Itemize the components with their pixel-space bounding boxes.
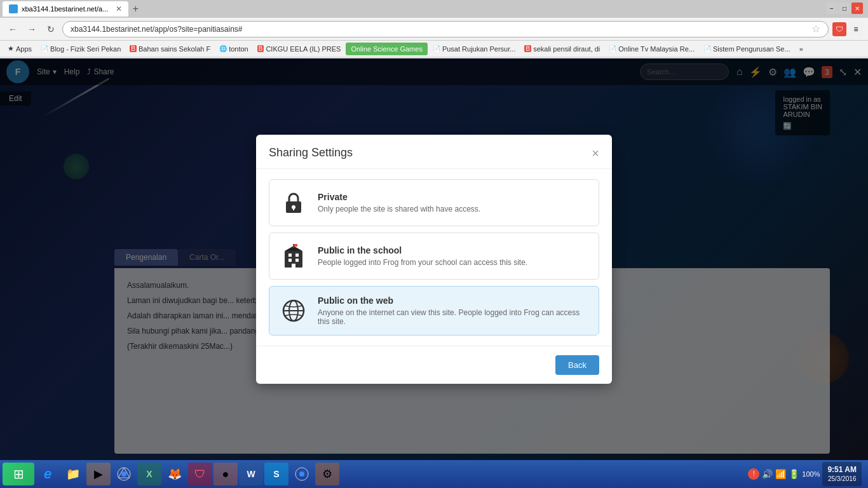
sharing-settings-modal: Sharing Settings × P (256, 135, 612, 384)
private-option[interactable]: Private Only people the site is shared w… (269, 179, 599, 226)
svg-rect-11 (294, 244, 297, 247)
bookmark-apps[interactable]: ★ Apps (4, 43, 36, 55)
private-title: Private (318, 192, 480, 202)
sekali-icon: B (524, 45, 531, 52)
bahan-icon: B (130, 45, 137, 52)
bookmark-pusat-rujukan[interactable]: 📄 Pusat Rujukan Persur... (429, 43, 520, 55)
taskbar-chrome[interactable] (112, 463, 136, 485)
online-science-label: Online Science Games (351, 45, 423, 53)
address-bar-row: ← → ↻ xba3144.1bestarinet.net/app/os?sit… (0, 18, 868, 41)
modal-header: Sharing Settings × (256, 135, 612, 169)
network-indicator: ! (748, 468, 759, 480)
modal-footer: Back (256, 346, 612, 384)
back-nav-button[interactable]: ← (5, 22, 20, 37)
url-text: xba3144.1bestarinet.net/app/os?site=pani… (71, 25, 806, 34)
tv-icon: 📄 (609, 45, 616, 52)
forward-nav-button[interactable]: → (24, 22, 39, 37)
clock-time: 9:51 AM (827, 464, 857, 475)
taskbar-excel[interactable]: X (137, 463, 161, 485)
bookmark-tv-label: Online Tv Malaysia Re... (618, 45, 695, 53)
modal-close-button[interactable]: × (592, 147, 599, 159)
modal-title: Sharing Settings (269, 146, 353, 159)
network-icon[interactable]: 📶 (775, 469, 786, 479)
bookmark-blog-label: Blog - Fizik Seri Pekan (50, 45, 121, 53)
taskbar-gameapp[interactable]: ● (214, 463, 238, 485)
public-school-description: People logged into Frog from your school… (318, 258, 527, 267)
taskbar-word[interactable]: W (239, 463, 263, 485)
bookmark-sistem[interactable]: 📄 Sistem Pengurusan Se... (700, 43, 794, 55)
chrome-ext-icon[interactable]: ≡ (849, 22, 863, 36)
modal-overlay: Sharing Settings × P (0, 58, 868, 460)
public-school-option[interactable]: Public in the school People logged into … (269, 233, 599, 280)
back-button[interactable]: Back (555, 355, 599, 375)
bookmark-sistem-label: Sistem Pengurusan Se... (713, 45, 790, 53)
svg-rect-10 (293, 244, 294, 248)
taskbar-tool[interactable]: ⚙ (315, 463, 339, 485)
battery-icon[interactable]: 🔋 (789, 469, 799, 479)
volume-icon[interactable]: 🔊 (762, 469, 773, 479)
public-school-text: Public in the school People logged into … (318, 245, 527, 267)
private-text: Private Only people the site is shared w… (318, 192, 480, 214)
taskbar-antivirus[interactable]: 🛡 (188, 463, 212, 485)
public-web-title: Public on the web (318, 295, 588, 306)
taskbar-folder[interactable]: 📁 (61, 463, 85, 485)
pusat-icon: 📄 (433, 45, 440, 52)
clock[interactable]: 9:51 AM 25/3/2016 (822, 462, 862, 487)
bookmark-bahan-sains[interactable]: B Bahan sains Sekolah F (126, 43, 214, 55)
reload-button[interactable]: ↻ (43, 22, 58, 37)
public-web-option[interactable]: Public on the web Anyone on the internet… (269, 286, 599, 336)
battery-percentage: 100% (802, 470, 820, 478)
bookmark-tonton[interactable]: 🌐 tonton (215, 43, 252, 55)
address-box[interactable]: xba3144.1bestarinet.net/app/os?site=pani… (62, 21, 829, 37)
bookmark-apps-label: Apps (16, 45, 32, 53)
taskbar-skype[interactable]: S (264, 463, 288, 485)
taskbar-media[interactable]: ▶ (86, 463, 111, 485)
sistem-icon: 📄 (703, 45, 711, 52)
close-button[interactable]: ✕ (851, 3, 863, 14)
taskbar-chrome2[interactable] (290, 463, 314, 485)
private-description: Only people the site is shared with have… (318, 205, 480, 214)
maximize-button[interactable]: □ (839, 3, 850, 14)
public-web-text: Public on the web Anyone on the internet… (318, 295, 588, 326)
building-icon (280, 242, 308, 270)
tonton-icon: 🌐 (219, 45, 227, 52)
svg-rect-7 (295, 259, 299, 262)
taskbar-ie[interactable]: e (36, 463, 60, 485)
svg-rect-2 (293, 208, 294, 210)
tab-close-button[interactable]: ✕ (116, 4, 122, 13)
svg-rect-4 (288, 254, 292, 257)
taskbar: ⊞ e 📁 ▶ X 🦊 🛡 ● W S ⚙ ! 🔊 📶 🔋 100% 9:51 … (0, 460, 868, 488)
doc-icon: 📄 (41, 45, 48, 52)
minimize-button[interactable]: − (826, 3, 837, 14)
taskbar-firefox[interactable]: 🦊 (163, 463, 187, 485)
clock-date: 25/3/2016 (827, 475, 857, 484)
bookmarks-bar: ★ Apps 📄 Blog - Fizik Seri Pekan B Bahan… (0, 41, 868, 57)
system-tray: ! 🔊 📶 🔋 100% 9:51 AM 25/3/2016 (744, 462, 865, 487)
bookmark-online-tv[interactable]: 📄 Online Tv Malaysia Re... (605, 43, 698, 55)
cikgu-icon: B (257, 45, 264, 52)
bookmark-pusat-label: Pusat Rujukan Persur... (442, 45, 516, 53)
antivirus-ext-icon[interactable]: 🛡 (832, 22, 846, 36)
star-icon: ★ (8, 44, 14, 53)
bookmark-star-icon[interactable]: ☆ (811, 23, 820, 35)
public-school-title: Public in the school (318, 245, 527, 255)
bookmark-more[interactable]: » (796, 43, 807, 55)
extension-icons: 🛡 ≡ (832, 22, 863, 36)
svg-point-18 (299, 471, 304, 477)
active-tab[interactable]: xba3144.1bestarinet.net/a... ✕ (3, 1, 128, 17)
public-web-description: Anyone on the internet can view this sit… (318, 308, 588, 326)
svg-rect-8 (292, 264, 295, 268)
bookmark-cikgu-eela[interactable]: B CIKGU EELA (IL) PRES (254, 43, 345, 55)
tab-title: xba3144.1bestarinet.net/a... (22, 5, 108, 13)
bookmark-sekali-pensil[interactable]: B sekali pensil diraut, di (520, 43, 604, 55)
new-tab-button[interactable]: + (128, 2, 142, 16)
svg-point-16 (121, 471, 126, 477)
start-button[interactable]: ⊞ (3, 463, 34, 485)
svg-rect-6 (288, 259, 292, 262)
bookmark-blog-fizik[interactable]: 📄 Blog - Fizik Seri Pekan (37, 43, 125, 55)
bookmark-sekali-label: sekali pensil diraut, di (533, 45, 600, 53)
bookmark-online-science[interactable]: Online Science Games (346, 43, 428, 55)
lock-icon (280, 189, 308, 217)
page-background: F Site ▾ Help ⤴ Share ⌂ ⚡ ⚙ 👥 💬 3 ⤡ ✕ Ed… (0, 58, 868, 460)
modal-body: Private Only people the site is shared w… (256, 169, 612, 346)
